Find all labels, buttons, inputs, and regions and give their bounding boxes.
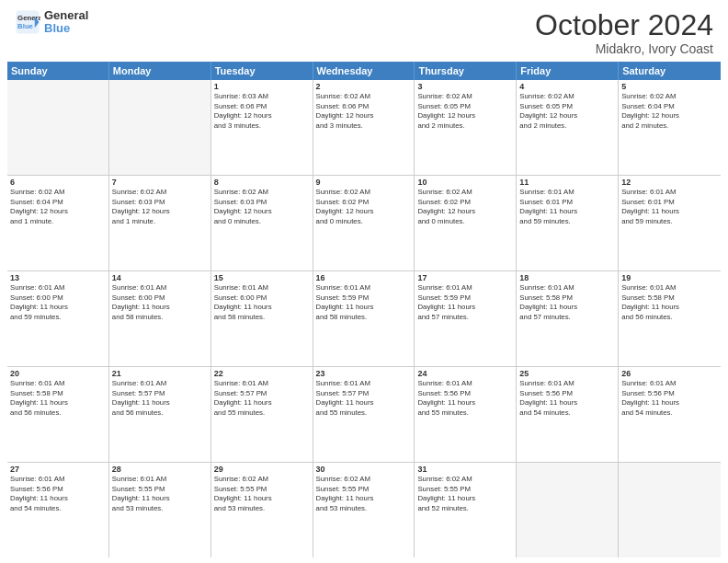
cell-info-text: Sunrise: 6:01 AM Sunset: 6:01 PM Dayligh… xyxy=(621,188,718,226)
cell-date-number: 11 xyxy=(519,178,615,187)
cell-date-number: 12 xyxy=(621,178,718,187)
cell-date-number: 26 xyxy=(621,369,718,378)
calendar-cell: 19Sunrise: 6:01 AM Sunset: 5:58 PM Dayli… xyxy=(619,271,721,366)
calendar-cell xyxy=(7,80,109,175)
cell-date-number: 8 xyxy=(214,178,310,187)
cell-date-number: 31 xyxy=(417,465,513,474)
cell-date-number: 14 xyxy=(112,273,208,282)
cell-info-text: Sunrise: 6:01 AM Sunset: 5:58 PM Dayligh… xyxy=(519,283,615,322)
cell-info-text: Sunrise: 6:01 AM Sunset: 6:01 PM Dayligh… xyxy=(519,188,615,226)
cell-info-text: Sunrise: 6:01 AM Sunset: 5:59 PM Dayligh… xyxy=(316,283,412,322)
calendar-cell: 8Sunrise: 6:02 AM Sunset: 6:03 PM Daylig… xyxy=(211,176,313,270)
calendar-week: 27Sunrise: 6:01 AM Sunset: 5:56 PM Dayli… xyxy=(7,463,721,557)
weekday-header: Thursday xyxy=(415,62,517,80)
cell-date-number: 10 xyxy=(417,178,513,187)
cell-date-number: 30 xyxy=(316,465,412,474)
calendar-cell: 21Sunrise: 6:01 AM Sunset: 5:57 PM Dayli… xyxy=(109,367,211,462)
calendar-cell: 30Sunrise: 6:02 AM Sunset: 5:55 PM Dayli… xyxy=(313,463,415,557)
header: General Blue General Blue October 2024 M… xyxy=(0,0,728,62)
cell-date-number: 6 xyxy=(10,178,106,187)
calendar-cell: 10Sunrise: 6:02 AM Sunset: 6:02 PM Dayli… xyxy=(415,176,517,270)
weekday-header: Friday xyxy=(517,62,619,80)
cell-date-number: 7 xyxy=(112,178,208,187)
cell-info-text: Sunrise: 6:02 AM Sunset: 6:02 PM Dayligh… xyxy=(316,188,412,226)
cell-info-text: Sunrise: 6:02 AM Sunset: 6:05 PM Dayligh… xyxy=(417,92,513,131)
cell-date-number: 23 xyxy=(316,369,412,378)
calendar-cell: 1Sunrise: 6:03 AM Sunset: 6:06 PM Daylig… xyxy=(211,80,313,175)
calendar-header: SundayMondayTuesdayWednesdayThursdayFrid… xyxy=(7,62,721,80)
calendar-cell: 15Sunrise: 6:01 AM Sunset: 6:00 PM Dayli… xyxy=(211,271,313,366)
cell-info-text: Sunrise: 6:02 AM Sunset: 6:04 PM Dayligh… xyxy=(10,188,106,226)
calendar-cell: 28Sunrise: 6:01 AM Sunset: 5:55 PM Dayli… xyxy=(109,463,211,557)
calendar-cell: 24Sunrise: 6:01 AM Sunset: 5:56 PM Dayli… xyxy=(415,367,517,462)
cell-info-text: Sunrise: 6:01 AM Sunset: 6:00 PM Dayligh… xyxy=(214,283,310,322)
calendar-cell: 3Sunrise: 6:02 AM Sunset: 6:05 PM Daylig… xyxy=(415,80,517,175)
cell-info-text: Sunrise: 6:01 AM Sunset: 5:56 PM Dayligh… xyxy=(10,475,106,513)
calendar-cell: 5Sunrise: 6:02 AM Sunset: 6:04 PM Daylig… xyxy=(619,80,721,175)
calendar-week: 20Sunrise: 6:01 AM Sunset: 5:58 PM Dayli… xyxy=(7,367,721,463)
calendar-cell: 12Sunrise: 6:01 AM Sunset: 6:01 PM Dayli… xyxy=(619,176,721,270)
calendar-cell: 20Sunrise: 6:01 AM Sunset: 5:58 PM Dayli… xyxy=(7,367,109,462)
cell-info-text: Sunrise: 6:01 AM Sunset: 5:58 PM Dayligh… xyxy=(10,379,106,418)
cell-info-text: Sunrise: 6:01 AM Sunset: 5:59 PM Dayligh… xyxy=(417,283,513,322)
weekday-header: Tuesday xyxy=(211,62,313,80)
cell-date-number: 16 xyxy=(316,273,412,282)
calendar-cell: 2Sunrise: 6:02 AM Sunset: 6:06 PM Daylig… xyxy=(313,80,415,175)
cell-info-text: Sunrise: 6:01 AM Sunset: 5:58 PM Dayligh… xyxy=(621,283,718,322)
weekday-header: Saturday xyxy=(619,62,721,80)
cell-date-number: 18 xyxy=(519,273,615,282)
cell-info-text: Sunrise: 6:01 AM Sunset: 5:55 PM Dayligh… xyxy=(112,475,208,513)
cell-info-text: Sunrise: 6:02 AM Sunset: 5:55 PM Dayligh… xyxy=(417,475,513,513)
cell-date-number: 24 xyxy=(417,369,513,378)
calendar-cell: 13Sunrise: 6:01 AM Sunset: 6:00 PM Dayli… xyxy=(7,271,109,366)
cell-info-text: Sunrise: 6:01 AM Sunset: 6:00 PM Dayligh… xyxy=(10,283,106,322)
cell-info-text: Sunrise: 6:01 AM Sunset: 5:57 PM Dayligh… xyxy=(214,379,310,418)
calendar-cell xyxy=(619,463,721,557)
calendar-body: 1Sunrise: 6:03 AM Sunset: 6:06 PM Daylig… xyxy=(7,80,721,557)
weekday-header: Wednesday xyxy=(313,62,415,80)
logo: General Blue General Blue xyxy=(15,9,88,36)
cell-info-text: Sunrise: 6:02 AM Sunset: 6:03 PM Dayligh… xyxy=(112,188,208,226)
calendar-cell: 22Sunrise: 6:01 AM Sunset: 5:57 PM Dayli… xyxy=(211,367,313,462)
cell-info-text: Sunrise: 6:02 AM Sunset: 5:55 PM Dayligh… xyxy=(214,475,310,513)
calendar-cell: 17Sunrise: 6:01 AM Sunset: 5:59 PM Dayli… xyxy=(415,271,517,366)
cell-date-number: 15 xyxy=(214,273,310,282)
page: General Blue General Blue October 2024 M… xyxy=(0,0,728,563)
cell-info-text: Sunrise: 6:01 AM Sunset: 5:57 PM Dayligh… xyxy=(112,379,208,418)
logo-text-general: General xyxy=(44,9,88,22)
calendar-cell: 29Sunrise: 6:02 AM Sunset: 5:55 PM Dayli… xyxy=(211,463,313,557)
svg-text:Blue: Blue xyxy=(17,22,34,30)
cell-date-number: 9 xyxy=(316,178,412,187)
calendar-week: 6Sunrise: 6:02 AM Sunset: 6:04 PM Daylig… xyxy=(7,176,721,271)
calendar-cell: 18Sunrise: 6:01 AM Sunset: 5:58 PM Dayli… xyxy=(517,271,619,366)
cell-info-text: Sunrise: 6:02 AM Sunset: 6:03 PM Dayligh… xyxy=(214,188,310,226)
cell-info-text: Sunrise: 6:01 AM Sunset: 6:00 PM Dayligh… xyxy=(112,283,208,322)
calendar-cell: 9Sunrise: 6:02 AM Sunset: 6:02 PM Daylig… xyxy=(313,176,415,270)
calendar-week: 13Sunrise: 6:01 AM Sunset: 6:00 PM Dayli… xyxy=(7,271,721,367)
cell-date-number: 20 xyxy=(10,369,106,378)
cell-date-number: 2 xyxy=(316,82,412,91)
cell-date-number: 1 xyxy=(214,82,310,91)
logo-text-blue: Blue xyxy=(44,22,88,35)
calendar-cell: 23Sunrise: 6:01 AM Sunset: 5:57 PM Dayli… xyxy=(313,367,415,462)
title-block: October 2024 Midakro, Ivory Coast xyxy=(535,9,713,56)
cell-info-text: Sunrise: 6:01 AM Sunset: 5:56 PM Dayligh… xyxy=(519,379,615,418)
cell-date-number: 22 xyxy=(214,369,310,378)
calendar-cell: 7Sunrise: 6:02 AM Sunset: 6:03 PM Daylig… xyxy=(109,176,211,270)
calendar-cell: 14Sunrise: 6:01 AM Sunset: 6:00 PM Dayli… xyxy=(109,271,211,366)
calendar-cell: 6Sunrise: 6:02 AM Sunset: 6:04 PM Daylig… xyxy=(7,176,109,270)
calendar-cell: 26Sunrise: 6:01 AM Sunset: 5:56 PM Dayli… xyxy=(619,367,721,462)
calendar-cell xyxy=(517,463,619,557)
calendar-cell: 11Sunrise: 6:01 AM Sunset: 6:01 PM Dayli… xyxy=(517,176,619,270)
cell-info-text: Sunrise: 6:02 AM Sunset: 6:02 PM Dayligh… xyxy=(417,188,513,226)
cell-date-number: 4 xyxy=(519,82,615,91)
weekday-header: Sunday xyxy=(7,62,109,80)
cell-info-text: Sunrise: 6:01 AM Sunset: 5:56 PM Dayligh… xyxy=(417,379,513,418)
calendar-cell: 31Sunrise: 6:02 AM Sunset: 5:55 PM Dayli… xyxy=(415,463,517,557)
cell-date-number: 28 xyxy=(112,465,208,474)
location: Midakro, Ivory Coast xyxy=(535,41,713,56)
logo-icon: General Blue xyxy=(15,9,40,35)
calendar: SundayMondayTuesdayWednesdayThursdayFrid… xyxy=(0,62,728,563)
cell-date-number: 19 xyxy=(621,273,718,282)
cell-date-number: 17 xyxy=(417,273,513,282)
